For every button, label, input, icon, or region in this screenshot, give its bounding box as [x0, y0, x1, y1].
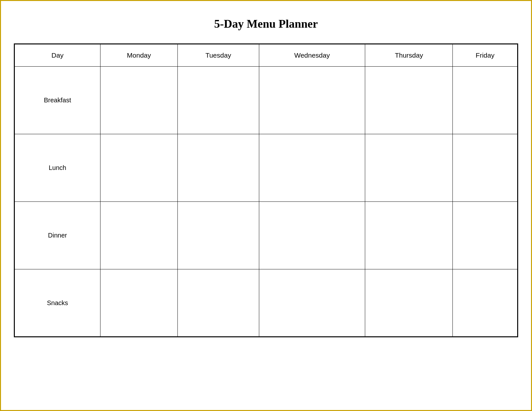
cell-breakfast-wednesday[interactable]: [259, 67, 365, 134]
cell-lunch-tuesday[interactable]: [177, 134, 259, 202]
cell-dinner-tuesday[interactable]: [177, 202, 259, 269]
col-thursday: Thursday: [365, 44, 453, 67]
col-wednesday: Wednesday: [259, 44, 365, 67]
label-dinner: Dinner: [14, 202, 100, 269]
cell-dinner-monday[interactable]: [100, 202, 177, 269]
cell-lunch-wednesday[interactable]: [259, 134, 365, 202]
label-lunch: Lunch: [14, 134, 100, 202]
label-breakfast: Breakfast: [14, 67, 100, 134]
menu-planner-table: Day Monday Tuesday Wednesday Thursday Fr…: [14, 43, 518, 337]
cell-snacks-tuesday[interactable]: [177, 269, 259, 337]
label-snacks: Snacks: [14, 269, 100, 337]
cell-dinner-friday[interactable]: [453, 202, 518, 269]
cell-lunch-friday[interactable]: [453, 134, 518, 202]
cell-breakfast-tuesday[interactable]: [177, 67, 259, 134]
cell-lunch-thursday[interactable]: [365, 134, 453, 202]
col-day: Day: [14, 44, 100, 67]
header-row: Day Monday Tuesday Wednesday Thursday Fr…: [14, 44, 518, 67]
cell-snacks-wednesday[interactable]: [259, 269, 365, 337]
row-lunch: Lunch: [14, 134, 518, 202]
row-dinner: Dinner: [14, 202, 518, 269]
page-title: 5-Day Menu Planner: [214, 17, 318, 31]
cell-breakfast-friday[interactable]: [453, 67, 518, 134]
col-monday: Monday: [100, 44, 177, 67]
row-breakfast: Breakfast: [14, 67, 518, 134]
col-tuesday: Tuesday: [177, 44, 259, 67]
cell-dinner-thursday[interactable]: [365, 202, 453, 269]
cell-dinner-wednesday[interactable]: [259, 202, 365, 269]
cell-snacks-friday[interactable]: [453, 269, 518, 337]
row-snacks: Snacks: [14, 269, 518, 337]
cell-breakfast-thursday[interactable]: [365, 67, 453, 134]
cell-lunch-monday[interactable]: [100, 134, 177, 202]
cell-snacks-thursday[interactable]: [365, 269, 453, 337]
cell-snacks-monday[interactable]: [100, 269, 177, 337]
col-friday: Friday: [453, 44, 518, 67]
cell-breakfast-monday[interactable]: [100, 67, 177, 134]
